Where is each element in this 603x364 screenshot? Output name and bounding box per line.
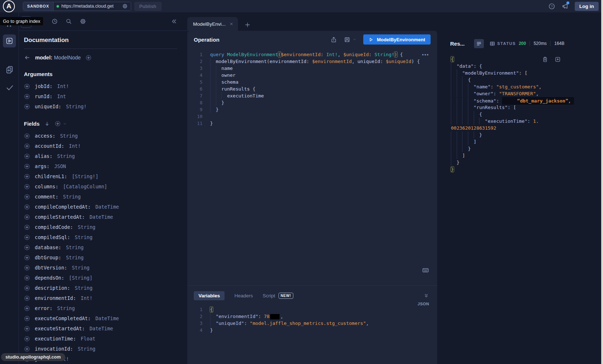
- field-row[interactable]: executionTime:Float: [24, 334, 177, 344]
- field-row[interactable]: dbtVersion:String: [24, 263, 177, 273]
- add-field-icon[interactable]: [24, 153, 30, 159]
- collapse-panel-icon[interactable]: [171, 18, 177, 25]
- variables-editor[interactable]: JSON 1{2"environmentId": 78,3"uniqueId":…: [187, 301, 437, 364]
- breadcrumb-type-name[interactable]: ModelNode: [54, 55, 81, 60]
- field-row[interactable]: accountId:Int!: [24, 141, 177, 151]
- add-field-icon[interactable]: [24, 305, 30, 311]
- operation-tab[interactable]: ModelByEnvi...: [187, 17, 238, 31]
- field-row[interactable]: compileCompletedAt:DateTime: [24, 202, 177, 212]
- checks-icon[interactable]: [5, 83, 14, 92]
- field-type[interactable]: JSON: [54, 163, 66, 169]
- field-row[interactable]: executeStartedAt:DateTime: [24, 323, 177, 334]
- tab-headers[interactable]: Headers: [234, 293, 253, 298]
- add-field-icon[interactable]: [85, 55, 92, 61]
- response-title[interactable]: Res...: [450, 41, 465, 47]
- argument-type[interactable]: Int!: [57, 83, 69, 89]
- add-field-icon[interactable]: [24, 133, 30, 139]
- argument-type[interactable]: Int: [57, 93, 66, 99]
- field-type[interactable]: String: [75, 285, 93, 291]
- history-icon[interactable]: [51, 18, 58, 25]
- add-field-icon[interactable]: [24, 163, 30, 170]
- add-field-icon[interactable]: [24, 285, 30, 291]
- field-type[interactable]: [String!]: [72, 173, 98, 179]
- add-field-icon[interactable]: [24, 194, 30, 200]
- run-operation-button[interactable]: ModelByEnvironment: [363, 34, 431, 45]
- add-argument-icon[interactable]: [24, 83, 30, 89]
- settings-gear-icon[interactable]: [80, 18, 86, 25]
- add-field-icon[interactable]: [24, 295, 30, 301]
- tab-variables[interactable]: Variables: [194, 291, 225, 300]
- add-field-icon[interactable]: [24, 346, 30, 352]
- field-type[interactable]: [CatalogColumn]: [63, 184, 107, 189]
- field-type[interactable]: String: [72, 265, 89, 271]
- argument-row[interactable]: uniqueId:String!: [24, 101, 177, 112]
- add-field-icon[interactable]: [24, 143, 30, 149]
- apollo-logo[interactable]: A: [3, 0, 15, 12]
- field-row[interactable]: childrenL1:[String!]: [24, 171, 177, 181]
- add-field-icon[interactable]: [24, 224, 30, 230]
- add-field-icon[interactable]: [24, 265, 30, 271]
- field-type[interactable]: Float: [81, 336, 96, 342]
- field-type[interactable]: [String]: [69, 275, 92, 281]
- field-row[interactable]: dependsOn:[String]: [24, 273, 177, 283]
- sort-fields-icon[interactable]: [44, 121, 50, 127]
- close-tab-icon[interactable]: [229, 22, 234, 26]
- operation-editor[interactable]: 1query ModelByEnvironment($environmentId…: [187, 48, 437, 285]
- field-type[interactable]: DateTime: [95, 204, 119, 210]
- field-row[interactable]: description:String: [24, 283, 177, 293]
- save-chevron-icon[interactable]: [352, 37, 357, 42]
- field-type[interactable]: String: [75, 234, 93, 240]
- argument-type[interactable]: String!: [66, 104, 87, 109]
- download-response-icon[interactable]: [554, 56, 561, 63]
- add-field-icon[interactable]: [24, 204, 30, 210]
- keyboard-shortcuts-icon[interactable]: [422, 267, 429, 274]
- field-row[interactable]: environmentId:Int!: [24, 293, 177, 303]
- back-arrow-icon[interactable]: [24, 54, 30, 61]
- field-type[interactable]: DateTime: [89, 326, 113, 331]
- field-type[interactable]: String: [57, 305, 75, 311]
- field-row[interactable]: error:String: [24, 303, 177, 313]
- field-type[interactable]: String: [78, 346, 96, 352]
- field-type[interactable]: DateTime: [89, 214, 113, 220]
- field-row[interactable]: executeCompletedAt:DateTime: [24, 313, 177, 323]
- field-row[interactable]: compiledSql:String: [24, 232, 177, 242]
- field-type[interactable]: String: [66, 244, 84, 250]
- field-row[interactable]: args:JSON: [24, 161, 177, 171]
- field-type[interactable]: String: [63, 194, 81, 200]
- field-row[interactable]: invocationId:String: [24, 344, 177, 354]
- copy-response-icon[interactable]: [542, 56, 548, 63]
- add-argument-icon[interactable]: [24, 93, 30, 100]
- new-tab-icon[interactable]: [244, 22, 251, 28]
- field-row[interactable]: compiledCode:String: [24, 222, 177, 232]
- add-field-icon[interactable]: [24, 184, 30, 190]
- tab-script[interactable]: Script: [263, 293, 275, 298]
- publish-button[interactable]: Publish: [134, 2, 162, 11]
- add-field-icon[interactable]: [24, 244, 30, 251]
- field-row[interactable]: access:String: [24, 131, 177, 141]
- field-type[interactable]: DateTime: [95, 315, 119, 321]
- field-row[interactable]: compileStartedAt:DateTime: [24, 212, 177, 222]
- field-row[interactable]: comment:String: [24, 192, 177, 202]
- add-field-icon[interactable]: [24, 214, 30, 220]
- add-fields-chevron-icon[interactable]: [63, 122, 67, 126]
- save-icon[interactable]: [344, 36, 351, 43]
- search-icon[interactable]: [66, 18, 72, 25]
- response-table-view-button[interactable]: [487, 39, 497, 48]
- window-scrollbar-strip[interactable]: [601, 0, 603, 364]
- rail-item-explorer[interactable]: [3, 34, 16, 47]
- add-field-icon[interactable]: [24, 326, 30, 332]
- field-row[interactable]: alias:String: [24, 151, 177, 161]
- add-field-icon[interactable]: [24, 234, 30, 240]
- help-icon[interactable]: ?: [548, 3, 555, 10]
- share-icon[interactable]: [330, 36, 337, 43]
- field-type[interactable]: String: [57, 153, 75, 159]
- field-type[interactable]: Int!: [69, 143, 81, 149]
- add-field-icon[interactable]: [24, 336, 30, 342]
- field-row[interactable]: dbtGroup:String: [24, 252, 177, 263]
- add-field-icon[interactable]: [24, 315, 30, 322]
- add-all-fields-icon[interactable]: [55, 121, 61, 127]
- collapse-variables-icon[interactable]: [423, 293, 429, 298]
- response-raw-view-button[interactable]: [474, 39, 484, 48]
- add-argument-icon[interactable]: [24, 104, 30, 110]
- endpoint-url-input[interactable]: https://metadata.cloud.get: [54, 2, 131, 11]
